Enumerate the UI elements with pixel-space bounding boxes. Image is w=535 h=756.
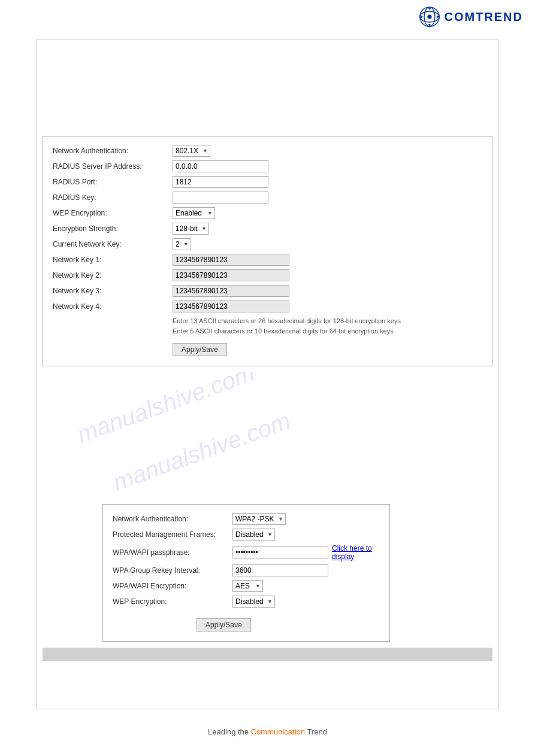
hint-text: Enter 13 ASCII characters or 26 hexadeci… — [173, 316, 482, 336]
enc-strength-label: Encryption Strength: — [53, 224, 173, 233]
radius-key-input[interactable] — [173, 192, 268, 204]
p2-apply-btn-row: Apply/Save — [113, 611, 380, 631]
p2-wep-enc-row: WEP Encryption: Disabled Enabled — [113, 596, 380, 608]
radius-ip-input[interactable] — [173, 160, 268, 172]
net-key3-row: Network Key 3: — [53, 285, 482, 297]
p2-wpa-pass-input[interactable] — [232, 546, 328, 558]
radius-key-row: RADIUS Key: — [53, 192, 482, 204]
page-footer: Leading the Communication Trend — [0, 715, 535, 742]
p2-rekey-input[interactable] — [232, 564, 328, 576]
wep-enc-select-wrapper[interactable]: Enabled Disabled — [173, 207, 215, 219]
net-key3-input[interactable] — [173, 285, 289, 297]
watermark-area: manualshive.com manualshive.com — [37, 372, 498, 504]
footer-highlight: Communication — [251, 727, 305, 736]
p2-wpa-enc-select-wrapper[interactable]: AES TKIP — [232, 580, 263, 592]
p2-network-auth-label: Network Authentication: — [113, 515, 232, 523]
net-key2-label: Network Key 2: — [53, 271, 173, 280]
current-net-key-row: Current Network Key: 2 1 3 4 — [53, 238, 482, 250]
p2-wpa-enc-row: WPA/WAPI Encryption: AES TKIP — [113, 580, 380, 592]
current-net-key-select-wrapper[interactable]: 2 1 3 4 — [173, 238, 191, 250]
footer-leading: Leading the — [208, 727, 249, 736]
net-key3-label: Network Key 3: — [53, 287, 173, 295]
current-net-key-label: Current Network Key: — [53, 240, 173, 248]
net-key1-label: Network Key 1: — [53, 256, 173, 264]
wep-enc-row: WEP Encryption: Enabled Disabled — [53, 207, 482, 219]
svg-point-5 — [429, 24, 431, 26]
logo-text: COMTREND — [444, 10, 523, 24]
hint2: Enter 5 ASCII characters or 10 hexadecim… — [173, 326, 482, 336]
logo-icon — [419, 6, 440, 28]
enc-strength-select-wrapper[interactable]: 128-bit 64-bit — [173, 223, 209, 235]
footer-bar — [43, 648, 492, 661]
svg-point-3 — [428, 14, 432, 19]
net-key1-row: Network Key 1: — [53, 254, 482, 266]
bottom-area — [37, 661, 498, 709]
enc-strength-row: Encryption Strength: 128-bit 64-bit — [53, 223, 482, 235]
footer-trend: Trend — [307, 727, 327, 736]
p2-wep-enc-select[interactable]: Disabled Enabled — [232, 596, 275, 608]
radius-port-input[interactable] — [173, 176, 268, 188]
net-key4-input[interactable] — [173, 300, 289, 312]
network-auth-select-wrapper[interactable]: 802.1X — [173, 145, 210, 157]
network-auth-row: Network Authentication: 802.1X — [53, 145, 482, 157]
p2-rekey-label: WPA Group Rekey Interval: — [113, 566, 232, 575]
apply-save-button-1[interactable]: Apply/Save — [173, 343, 227, 356]
radius-port-row: RADIUS Port: — [53, 176, 482, 188]
p2-pmf-row: Protected Management Frames: Disabled En… — [113, 529, 380, 541]
net-key4-row: Network Key 4: — [53, 300, 482, 312]
current-net-key-select[interactable]: 2 1 3 4 — [173, 238, 191, 250]
svg-point-6 — [421, 16, 423, 18]
wep-enc-select[interactable]: Enabled Disabled — [173, 207, 215, 219]
p2-pmf-select-wrapper[interactable]: Disabled Enabled — [232, 529, 275, 541]
net-key1-input[interactable] — [173, 254, 289, 266]
p2-wep-enc-label: WEP Encryption: — [113, 597, 232, 606]
apply-btn-row: Apply/Save — [53, 336, 482, 356]
p2-wpa-enc-label: WPA/WAPI Encryption: — [113, 582, 232, 590]
p2-wpa-pass-label: WPA/WAPI passphrase: — [113, 548, 232, 557]
hint1: Enter 13 ASCII characters or 26 hexadeci… — [173, 316, 482, 326]
radius-ip-row: RADIUS Server IP Address: — [53, 160, 482, 172]
radius-key-label: RADIUS Key: — [53, 193, 173, 202]
radius-ip-label: RADIUS Server IP Address: — [53, 162, 173, 171]
radius-port-label: RADIUS Port: — [53, 178, 173, 186]
main-container: Network Authentication: 802.1X RADIUS Se… — [36, 40, 499, 709]
logo-area: COMTREND — [419, 6, 523, 28]
p2-wpa-enc-select[interactable]: AES TKIP — [232, 580, 263, 592]
p2-pmf-select[interactable]: Disabled Enabled — [232, 529, 275, 541]
svg-point-7 — [437, 16, 439, 18]
watermark-text-1: manualshive.com — [74, 372, 258, 448]
p2-network-auth-row: Network Authentication: WPA2 -PSK Open W… — [113, 513, 380, 525]
p2-pmf-label: Protected Management Frames: — [113, 530, 232, 539]
svg-point-4 — [429, 8, 431, 10]
panel2: Network Authentication: WPA2 -PSK Open W… — [102, 504, 390, 642]
apply-save-button-2[interactable]: Apply/Save — [197, 618, 251, 631]
p2-wpa-pass-row: WPA/WAPI passphrase: Click here to displ… — [113, 544, 380, 561]
net-key2-input[interactable] — [173, 269, 289, 281]
network-auth-label: Network Authentication: — [53, 147, 173, 155]
panel2-wrapper: Network Authentication: WPA2 -PSK Open W… — [37, 504, 498, 642]
p2-network-auth-select[interactable]: WPA2 -PSK Open WPA-PSK — [232, 513, 286, 525]
panel1: Network Authentication: 802.1X RADIUS Se… — [43, 136, 492, 366]
p2-network-auth-select-wrapper[interactable]: WPA2 -PSK Open WPA-PSK — [232, 513, 286, 525]
wep-enc-label: WEP Encryption: — [53, 209, 173, 217]
click-display-link[interactable]: Click here to display — [332, 544, 380, 561]
net-key4-label: Network Key 4: — [53, 302, 173, 311]
p2-rekey-row: WPA Group Rekey Interval: — [113, 564, 380, 576]
net-key2-row: Network Key 2: — [53, 269, 482, 281]
watermark-text-2: manualshive.com — [110, 407, 294, 496]
network-auth-select[interactable]: 802.1X — [173, 145, 210, 157]
header: COMTREND — [0, 0, 535, 34]
enc-strength-select[interactable]: 128-bit 64-bit — [173, 223, 209, 235]
top-area — [37, 40, 498, 136]
p2-wep-enc-select-wrapper[interactable]: Disabled Enabled — [232, 596, 275, 608]
